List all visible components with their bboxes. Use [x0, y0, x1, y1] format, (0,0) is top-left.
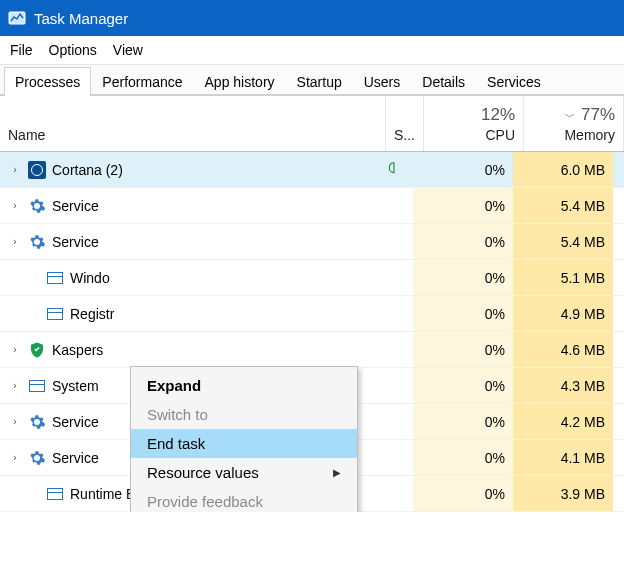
tab-details[interactable]: Details: [411, 67, 476, 96]
column-header-name[interactable]: Name: [0, 96, 386, 151]
process-status-cell: [375, 161, 413, 178]
column-header-cpu[interactable]: 12% CPU: [424, 96, 524, 151]
process-name: Windo: [70, 270, 110, 286]
gear-icon: [28, 197, 46, 215]
expand-chevron-icon[interactable]: ›: [8, 164, 22, 175]
process-memory-cell: 6.0 MB: [513, 152, 613, 187]
process-cpu-cell: 0%: [413, 332, 513, 367]
process-memory-cell: 4.3 MB: [513, 368, 613, 403]
window-icon: [46, 485, 64, 503]
process-name: Service: [52, 198, 99, 214]
process-name: Service: [52, 234, 99, 250]
window-icon: [46, 269, 64, 287]
tab-startup[interactable]: Startup: [286, 67, 353, 96]
shield-icon: [28, 341, 46, 359]
process-name-cell: Windo: [0, 269, 375, 287]
process-cpu-cell: 0%: [413, 152, 513, 187]
title-bar: Task Manager: [0, 0, 624, 36]
process-row[interactable]: ›Cortana (2)0%6.0 MB: [0, 152, 624, 188]
menu-options[interactable]: Options: [49, 42, 97, 58]
process-memory-cell: 4.2 MB: [513, 404, 613, 439]
process-row[interactable]: Registr0%4.9 MB: [0, 296, 624, 332]
tab-strip: Processes Performance App history Startu…: [0, 65, 624, 96]
process-cpu-cell: 0%: [413, 188, 513, 223]
expand-chevron-icon[interactable]: ›: [8, 416, 22, 427]
process-memory-cell: 5.1 MB: [513, 260, 613, 295]
context-menu: ExpandSwitch toEnd taskResource values▶P…: [130, 366, 358, 512]
tab-users[interactable]: Users: [353, 67, 412, 96]
task-manager-icon: [8, 9, 26, 27]
expand-chevron-icon[interactable]: ›: [8, 452, 22, 463]
tab-processes[interactable]: Processes: [4, 67, 91, 96]
tab-performance[interactable]: Performance: [91, 67, 193, 96]
process-cpu-cell: 0%: [413, 368, 513, 403]
process-name-cell: ›Kaspers: [0, 341, 375, 359]
gear-icon: [28, 449, 46, 467]
menu-view[interactable]: View: [113, 42, 143, 58]
leaf-icon: [387, 162, 401, 178]
chevron-down-icon: ﹀: [565, 111, 575, 122]
process-name: System: [52, 378, 99, 394]
expand-chevron-icon[interactable]: ›: [8, 236, 22, 247]
process-name: Kaspers: [52, 342, 103, 358]
context-menu-item-expand[interactable]: Expand: [131, 371, 357, 400]
context-menu-item-provide-feedback: Provide feedback: [131, 487, 357, 512]
expand-chevron-icon[interactable]: ›: [8, 344, 22, 355]
context-menu-item-resource-values[interactable]: Resource values▶: [131, 458, 357, 487]
column-headers: Name S... 12% CPU ﹀77% Memory: [0, 96, 624, 152]
process-cpu-cell: 0%: [413, 404, 513, 439]
process-cpu-cell: 0%: [413, 296, 513, 331]
process-cpu-cell: 0%: [413, 260, 513, 295]
process-name-cell: ›Service: [0, 197, 375, 215]
context-menu-item-end-task[interactable]: End task: [131, 429, 357, 458]
process-name-cell: Registr: [0, 305, 375, 323]
process-row[interactable]: ›Service0%5.4 MB: [0, 224, 624, 260]
chevron-right-icon: ▶: [333, 467, 341, 478]
process-name: Service: [52, 450, 99, 466]
window-title: Task Manager: [34, 10, 128, 27]
process-table: ›Cortana (2)0%6.0 MB›Service0%5.4 MB›Ser…: [0, 152, 624, 512]
process-cpu-cell: 0%: [413, 224, 513, 259]
process-memory-cell: 5.4 MB: [513, 188, 613, 223]
expand-chevron-icon[interactable]: ›: [8, 200, 22, 211]
process-cpu-cell: 0%: [413, 440, 513, 475]
cortana-icon: [28, 161, 46, 179]
process-memory-cell: 4.1 MB: [513, 440, 613, 475]
gear-icon: [28, 413, 46, 431]
process-name: Registr: [70, 306, 114, 322]
context-menu-item-switch-to: Switch to: [131, 400, 357, 429]
process-memory-cell: 4.6 MB: [513, 332, 613, 367]
menu-bar: File Options View: [0, 36, 624, 65]
process-name-cell: ›Service: [0, 233, 375, 251]
process-row[interactable]: Windo0%5.1 MB: [0, 260, 624, 296]
expand-chevron-icon[interactable]: ›: [8, 380, 22, 391]
gear-icon: [28, 233, 46, 251]
process-memory-cell: 4.9 MB: [513, 296, 613, 331]
window-icon: [28, 377, 46, 395]
column-header-status[interactable]: S...: [386, 96, 424, 151]
tab-app-history[interactable]: App history: [194, 67, 286, 96]
process-memory-cell: 3.9 MB: [513, 476, 613, 511]
process-memory-cell: 5.4 MB: [513, 224, 613, 259]
window-icon: [46, 305, 64, 323]
column-header-memory[interactable]: ﹀77% Memory: [524, 96, 624, 151]
process-row[interactable]: ›Service0%5.4 MB: [0, 188, 624, 224]
process-cpu-cell: 0%: [413, 476, 513, 511]
tab-services[interactable]: Services: [476, 67, 552, 96]
process-name-cell: ›Cortana (2): [0, 161, 375, 179]
menu-file[interactable]: File: [10, 42, 33, 58]
process-name: Cortana (2): [52, 162, 123, 178]
process-name: Service: [52, 414, 99, 430]
process-row[interactable]: ›Kaspers0%4.6 MB: [0, 332, 624, 368]
